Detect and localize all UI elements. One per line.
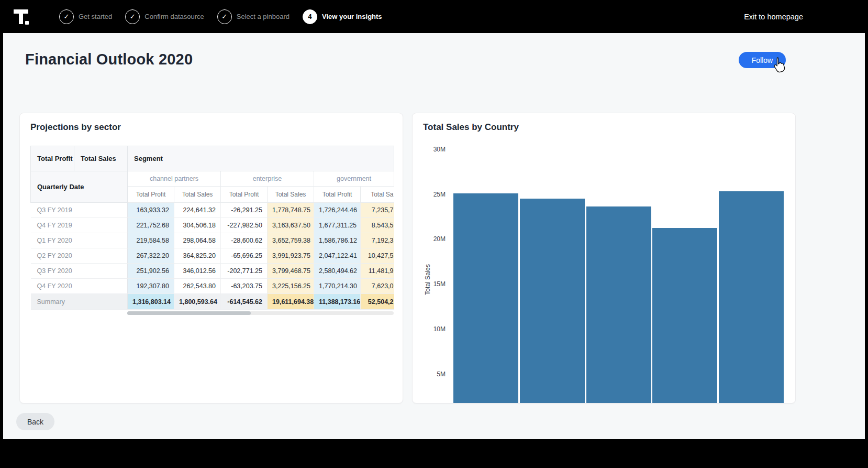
step-select-a-pinboard[interactable]: ✓Select a pinboard	[217, 9, 290, 24]
y-axis-title: Total Sales	[424, 264, 431, 295]
value-header[interactable]: Total Profit	[128, 187, 174, 203]
value-cell[interactable]: 267,322.20	[128, 248, 174, 264]
y-tick-label: 30M	[422, 146, 446, 153]
value-cell[interactable]: -63,203.75	[221, 279, 268, 294]
check-icon: ✓	[125, 9, 140, 24]
value-cell[interactable]: -202,771.25	[221, 264, 268, 279]
value-cell[interactable]: 19,611,694.38	[268, 294, 314, 310]
value-cell[interactable]: 224,641.32	[174, 203, 221, 218]
measure-header-row: Total Profit Total Sales Segment	[31, 146, 394, 171]
follow-button[interactable]: Follow	[739, 52, 786, 68]
column-group-government[interactable]: government	[314, 171, 394, 187]
value-cell[interactable]: 262,543.80	[174, 279, 221, 294]
value-cell[interactable]: 3,652,759.38	[268, 233, 314, 248]
value-cell[interactable]: -65,696.25	[221, 248, 268, 264]
y-tick-label: 10M	[422, 325, 446, 333]
step-label: Confirm datasource	[144, 13, 204, 20]
value-cell[interactable]: 3,991,923.75	[268, 248, 314, 264]
stepper: ✓Get started✓Confirm datasource✓Select a…	[59, 9, 382, 24]
row-label[interactable]: Q3 FY 2020	[31, 264, 128, 279]
table-row: Q3 FY 2019163,933.32224,641.32-26,291.25…	[31, 203, 394, 218]
value-header[interactable]: Total Sales	[268, 187, 314, 203]
value-cell[interactable]: 298,064.58	[174, 233, 221, 248]
value-header[interactable]: Total Profit	[314, 187, 361, 203]
value-cell[interactable]: 163,933.32	[128, 203, 174, 218]
value-cell[interactable]: -28,600.62	[221, 233, 268, 248]
value-cell[interactable]: 3,799,468.75	[268, 264, 314, 279]
value-cell[interactable]: 1,726,244.46	[314, 203, 361, 218]
value-cell[interactable]: -26,291.25	[221, 203, 268, 218]
bar[interactable]	[453, 193, 518, 404]
value-cell[interactable]: 11,481,9	[361, 264, 394, 279]
value-cell[interactable]: 7,235,7	[361, 203, 394, 218]
row-label[interactable]: Q2 FY 2020	[31, 248, 128, 264]
value-header[interactable]: Total Sales	[174, 187, 221, 203]
chart-area: Total Sales 30M25M20M15M10M5M	[413, 113, 795, 403]
logo-dot	[25, 21, 29, 25]
step-get-started[interactable]: ✓Get started	[59, 9, 112, 24]
value-cell[interactable]: 10,427,5	[361, 248, 394, 264]
value-cell[interactable]: 364,825.20	[174, 248, 221, 264]
step-label: Select a pinboard	[237, 13, 290, 20]
table-row: Q2 FY 2020267,322.20364,825.20-65,696.25…	[31, 248, 394, 264]
table-horizontal-scrollbar[interactable]	[127, 311, 394, 315]
column-group-row: Quarterly Date channel partners enterpri…	[31, 171, 394, 187]
value-cell[interactable]: 7,623,0	[361, 279, 394, 294]
row-label[interactable]: Summary	[31, 294, 128, 310]
value-cell[interactable]: 1,677,311.25	[314, 218, 361, 233]
value-cell[interactable]: 2,047,122.41	[314, 248, 361, 264]
step-view-your-insights[interactable]: 4View your insights	[303, 9, 382, 24]
value-cell[interactable]: 7,192,3	[361, 233, 394, 248]
value-header[interactable]: Total Profit	[221, 187, 268, 203]
y-tick-label: 15M	[422, 280, 446, 288]
row-dimension-header: Quarterly Date	[31, 171, 128, 203]
back-button[interactable]: Back	[16, 413, 54, 430]
pivot-card-title: Projections by sector	[30, 122, 121, 133]
value-cell[interactable]: 1,770,214.30	[314, 279, 361, 294]
pinboard-page: Financial Outlook 2020 Follow Projection…	[3, 33, 865, 439]
value-cell[interactable]: 1,586,786.12	[314, 233, 361, 248]
bar[interactable]	[520, 199, 585, 404]
pivot-table-wrap: Total Profit Total Sales Segment Quarter…	[30, 146, 394, 310]
column-group-channel-partners[interactable]: channel partners	[128, 171, 221, 187]
y-tick-label: 5M	[422, 371, 446, 378]
bar[interactable]	[586, 206, 651, 404]
bar[interactable]	[652, 228, 717, 404]
summary-row: Summary1,316,803.141,800,593.64-614,545.…	[31, 294, 394, 310]
onboarding-topbar: ✓Get started✓Confirm datasource✓Select a…	[0, 0, 868, 33]
value-cell[interactable]: 8,543,5	[361, 218, 394, 233]
value-cell[interactable]: 3,225,156.25	[268, 279, 314, 294]
check-icon: ✓	[217, 9, 232, 24]
value-cell[interactable]: 11,388,173.16	[314, 294, 361, 310]
bar-plot	[453, 150, 784, 404]
row-label[interactable]: Q4 FY 2019	[31, 218, 128, 233]
value-cell[interactable]: 2,580,494.62	[314, 264, 361, 279]
value-cell[interactable]: 219,584.58	[128, 233, 174, 248]
value-cell[interactable]: 3,163,637.50	[268, 218, 314, 233]
exit-to-homepage-link[interactable]: Exit to homepage	[744, 13, 803, 21]
value-cell[interactable]: 346,012.56	[174, 264, 221, 279]
table-row: Q3 FY 2020251,902.56346,012.56-202,771.2…	[31, 264, 394, 279]
app-logo-icon[interactable]	[14, 9, 29, 25]
column-group-enterprise[interactable]: enterprise	[221, 171, 314, 187]
step-confirm-datasource[interactable]: ✓Confirm datasource	[125, 9, 204, 24]
value-header[interactable]: Total Sa	[361, 187, 394, 203]
step-number: 4	[303, 9, 317, 24]
value-cell[interactable]: 52,504,2	[361, 294, 394, 310]
row-label[interactable]: Q4 FY 2020	[31, 279, 128, 294]
table-row: Q1 FY 2020219,584.58298,064.58-28,600.62…	[31, 233, 394, 248]
value-cell[interactable]: 1,778,748.75	[268, 203, 314, 218]
row-label[interactable]: Q1 FY 2020	[31, 233, 128, 248]
value-cell[interactable]: 251,902.56	[128, 264, 174, 279]
value-cell[interactable]: -614,545.62	[221, 294, 268, 310]
bar[interactable]	[719, 191, 784, 404]
value-cell[interactable]: 1,316,803.14	[128, 294, 174, 310]
value-cell[interactable]: 304,506.18	[174, 218, 221, 233]
row-label[interactable]: Q3 FY 2019	[31, 203, 128, 218]
value-cell[interactable]: 1,800,593.64	[174, 294, 221, 310]
value-cell[interactable]: 221,752.68	[128, 218, 174, 233]
step-label: Get started	[79, 13, 112, 20]
value-cell[interactable]: -227,982.50	[221, 218, 268, 233]
scrollbar-thumb[interactable]	[127, 311, 251, 315]
value-cell[interactable]: 192,307.80	[128, 279, 174, 294]
